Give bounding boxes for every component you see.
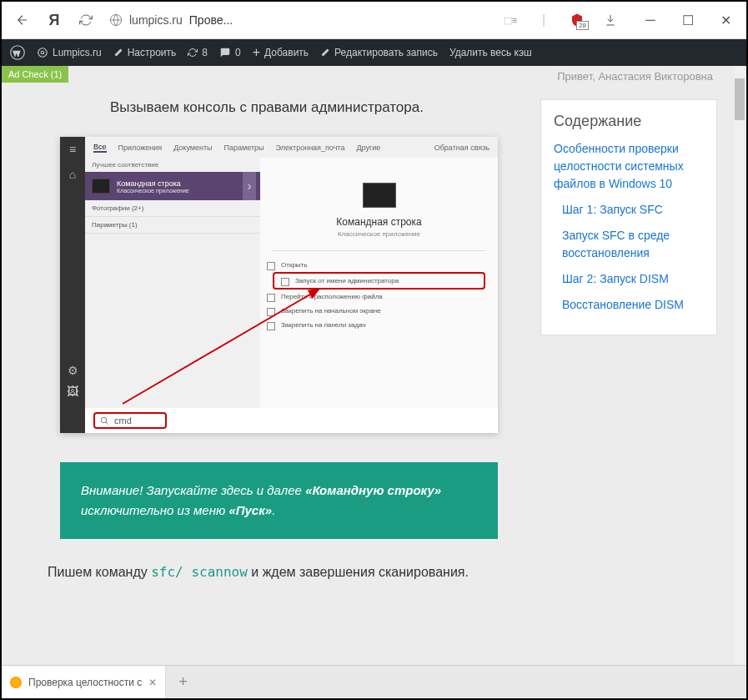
globe-icon: [109, 13, 123, 27]
wp-add[interactable]: +Добавить: [253, 45, 309, 60]
command-text: Пишем команду sfc/ scannow и ждем заверш…: [48, 564, 721, 580]
wp-site[interactable]: Lumpics.ru: [37, 47, 102, 58]
search-icon: [100, 416, 109, 426]
shield-icon[interactable]: 28: [569, 12, 585, 28]
action-run-admin: Запуск от имени администратора: [273, 272, 485, 290]
wp-admin-bar: Lumpics.ru Настроить 8 0 +Добавить Редак…: [2, 39, 746, 66]
toc-title: Содержание: [554, 113, 704, 130]
tab-settings: Параметры: [224, 144, 264, 152]
app-icon: [363, 183, 396, 208]
download-icon[interactable]: [602, 12, 619, 28]
tab-all: Все: [93, 143, 107, 153]
cmd-icon: [92, 179, 110, 194]
new-tab-button[interactable]: +: [166, 673, 200, 691]
action-open: Открыть: [260, 258, 498, 272]
maximize-button[interactable]: ☐: [680, 12, 696, 28]
separator: |: [535, 12, 552, 28]
category-settings: Параметры (1): [85, 217, 260, 234]
action-pin-start: Закрепить на начальном экране: [260, 304, 498, 318]
ad-check-badge[interactable]: Ad Check (1): [2, 66, 68, 83]
feedback-link: Обратная связь: [434, 144, 489, 152]
tab-apps: Приложения: [118, 144, 163, 152]
table-of-contents: Содержание Особенности проверки целостно…: [540, 99, 717, 335]
wp-clear-cache[interactable]: Удалить весь кэш: [449, 47, 532, 58]
tab-title: Проверка целостности с: [28, 677, 142, 688]
yandex-button[interactable]: Я: [46, 12, 63, 28]
menu-icon: ≡: [60, 137, 85, 162]
winshot-topnav: Все Приложения Документы Параметры Элект…: [85, 137, 498, 158]
close-button[interactable]: ✕: [717, 12, 734, 28]
svg-point-2: [41, 51, 44, 54]
back-button[interactable]: [14, 12, 31, 28]
category-photos: Фотографии (2+): [85, 200, 260, 217]
browser-toolbar: Я lumpics.ru Прове... ⬚≡ | 28 ─ ☐ ✕: [2, 2, 746, 39]
svg-point-3: [38, 48, 48, 58]
winshot-results: Лучшее соответствие Командная строка Кла…: [85, 158, 260, 234]
wp-edit[interactable]: Редактировать запись: [320, 47, 438, 58]
image-icon: 🖼: [60, 379, 85, 404]
wp-logo[interactable]: [10, 45, 25, 60]
toc-link[interactable]: Особенности проверки целостности системн…: [554, 140, 704, 193]
scrollbar[interactable]: [735, 66, 745, 665]
reload-button[interactable]: [78, 12, 94, 28]
tab-close-button[interactable]: ✕: [148, 677, 157, 688]
shield-badge: 28: [576, 21, 589, 30]
browser-tab[interactable]: Проверка целостности с ✕: [2, 666, 166, 698]
home-icon: ⌂: [60, 162, 85, 187]
result-subtitle: Классическое приложение: [117, 188, 189, 194]
app-subtitle: Классическое приложение: [260, 230, 498, 238]
toc-link[interactable]: Восстановление DISM: [562, 296, 704, 314]
wp-updates[interactable]: 8: [188, 47, 208, 58]
action-location: Перейти к расположению файла: [260, 290, 498, 304]
tab-other: Другие: [356, 144, 380, 152]
wp-comments[interactable]: 0: [219, 47, 241, 58]
toc-link[interactable]: Запуск SFC в среде восстановления: [562, 227, 704, 262]
result-title: Командная строка: [117, 179, 189, 188]
winshot-sidebar: ≡ ⌂ ⚙ 🖼: [60, 137, 85, 433]
reader-icon[interactable]: ⬚≡: [502, 12, 519, 28]
embedded-screenshot: ≡ ⌂ ⚙ 🖼 Все Приложения Документы Парамет…: [60, 137, 498, 433]
toc-link[interactable]: Шаг 2: Запуск DISM: [562, 270, 704, 288]
warning-callout: Внимание! Запускайте здесь и далее «Кома…: [60, 462, 498, 539]
greeting-text: Привет, Анастасия Викторовна: [557, 70, 713, 83]
search-text: cmd: [114, 415, 132, 426]
url-domain: lumpics.ru: [129, 13, 183, 27]
action-pin-task: Закрепить на панели задач: [260, 318, 498, 332]
svg-point-4: [101, 417, 106, 422]
address-bar[interactable]: lumpics.ru Прове...: [109, 13, 233, 27]
toc-link[interactable]: Шаг 1: Запуск SFC: [562, 201, 704, 219]
tab-email: Электронная_почта: [276, 144, 345, 152]
scroll-thumb[interactable]: [735, 78, 745, 120]
best-match-label: Лучшее соответствие: [85, 158, 260, 172]
minimize-button[interactable]: ─: [642, 12, 659, 28]
chevron-right-icon: ›: [243, 172, 256, 200]
command-code: sfc/ scannow: [151, 564, 248, 580]
result-cmd: Командная строка Классическое приложение…: [85, 172, 260, 200]
page-content: Привет, Анастасия Викторовна Вызываем ко…: [2, 66, 746, 665]
tab-bar: Проверка целостности с ✕ +: [2, 665, 746, 698]
app-name: Командная строка: [260, 216, 498, 228]
favicon: [10, 677, 22, 688]
winshot-detail: Командная строка Классическое приложение…: [260, 158, 498, 408]
winshot-searchbar: cmd: [85, 408, 498, 433]
wp-customize[interactable]: Настроить: [113, 47, 177, 58]
tab-docs: Документы: [173, 144, 212, 152]
url-title: Прове...: [189, 13, 233, 27]
